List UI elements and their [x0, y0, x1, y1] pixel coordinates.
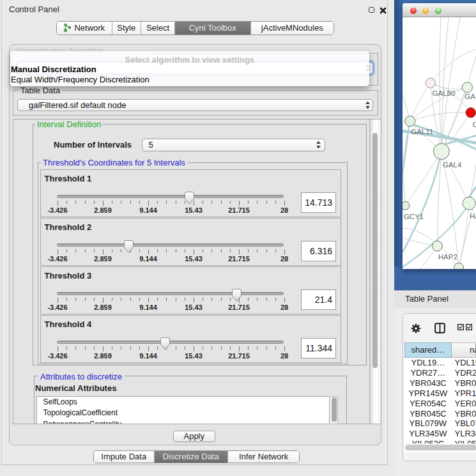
svg-text:CR: CR: [472, 121, 476, 128]
svg-text:HA: HA: [470, 212, 476, 220]
svg-text:GAL4: GAL4: [443, 161, 462, 169]
svg-text:GAL11: GAL11: [411, 128, 433, 135]
svg-text:HAP2: HAP2: [438, 253, 457, 261]
svg-text:GCY1: GCY1: [403, 213, 423, 220]
svg-text:GA: GA: [464, 93, 475, 100]
svg-text:GAL80: GAL80: [432, 89, 455, 97]
